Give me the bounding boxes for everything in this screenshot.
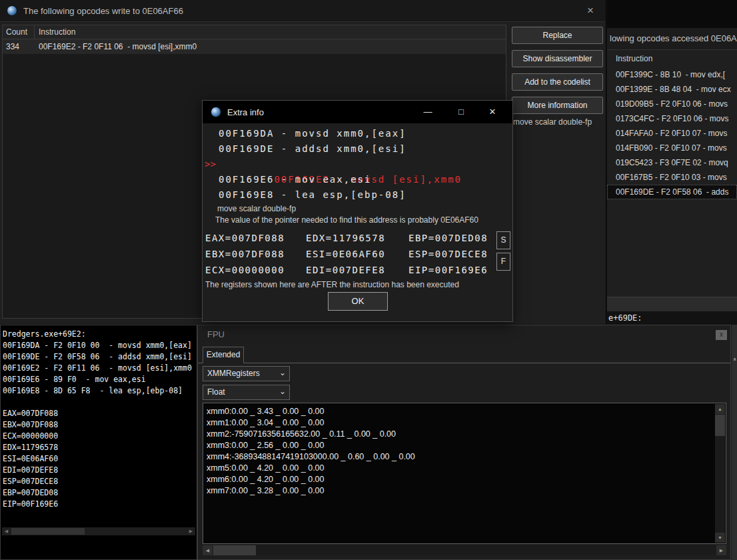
dialog-title: Extra info (227, 107, 264, 117)
scroll-up-icon[interactable]: ∧ (732, 357, 737, 362)
accessed-row[interactable]: 00F1399C - 8B 10 - mov edx,[ (607, 67, 737, 82)
scroll-left-icon[interactable]: ◀ (2, 527, 11, 535)
accessed-row[interactable]: 019D09B5 - F2 0F10 06 - movs (607, 97, 737, 111)
maximize-icon[interactable]: □ (444, 101, 478, 123)
column-header-count[interactable]: Count (3, 25, 35, 39)
action-buttons: Replace Show disassembler Add to the cod… (512, 27, 603, 120)
instruction-description: move scalar double-fp (217, 204, 296, 213)
register-eip: EIP=00F169E6 (408, 262, 488, 278)
xmm-register-row[interactable]: xmm6:0.00 _ 4.20 _ 0.00 _ 0.00 (207, 474, 726, 485)
disasm-panel-line: EDI=007DEFE8 (3, 465, 197, 476)
horizontal-scrollbar[interactable]: ◀ ▶ (203, 545, 726, 555)
background-window-edge (607, 0, 737, 28)
opcodes-accessed-titlebar: lowing opcodes accessed 0E06AF (607, 28, 737, 50)
disasm-panel-line: ESI=0E06AF60 (3, 453, 197, 465)
register-row: EBX=007DF088ESI=0E06AF60ESP=007DECE8 (205, 246, 488, 262)
cheat-engine-icon (7, 5, 17, 16)
show-disassembler-button[interactable]: Show disassembler (512, 50, 603, 67)
disasm-panel-line: EDX=11796578 (3, 442, 197, 453)
accessed-row-selected[interactable]: 00F169DE - F2 0F58 06 - adds (607, 185, 737, 199)
background-scrollbar[interactable]: ∧ (731, 325, 737, 560)
pointer-hint: The value of the pointer needed to find … (215, 215, 478, 225)
xmm-register-lines: xmm0:0.00 _ 3.43 _ 0.00 _ 0.00 xmm1:0.00… (203, 403, 726, 497)
disasm-panel-line: 00F169E8 - 8D 65 F8 - lea esp,[ebp-08] (3, 385, 197, 397)
register-esp: ESP=007DECE8 (408, 246, 488, 262)
extra-info-dialog: Extra info — □ ✕ 00F169DA - movsd xmm0,[… (202, 100, 513, 322)
opcodes-accessed-list: 00F1399C - 8B 10 - mov edx,[ 00F1399E - … (607, 67, 737, 199)
register-eax: EAX=007DF088 (205, 230, 306, 246)
scroll-down-icon[interactable]: ▼ (715, 533, 725, 543)
disasm-panel-line: Dredgers.exe+69E2: (3, 329, 197, 340)
register-values: EAX=007DF088EDX=11796578EBP=007DED08 EBX… (205, 230, 488, 278)
accessed-row[interactable]: 014FB090 - F2 0F10 07 - movs (607, 141, 737, 155)
window-controls: — □ ✕ (411, 101, 507, 123)
chevron-down-icon: ⌄ (279, 366, 286, 380)
scroll-right-icon[interactable]: ▶ (716, 545, 726, 555)
disasm-panel-line: EBX=007DF088 (3, 419, 197, 431)
dropdown-value: Float (207, 387, 225, 397)
register-row: ECX=00000000EDI=007DEFE8EIP=00F169E6 (205, 262, 488, 278)
close-icon[interactable]: × (582, 1, 599, 21)
xmm-register-row[interactable]: xmm0:0.00 _ 3.43 _ 0.00 _ 0.00 (207, 406, 726, 417)
scroll-left-icon[interactable]: ◀ (203, 545, 213, 555)
ok-button[interactable]: OK (328, 292, 388, 311)
accessed-row[interactable]: 00F167B5 - F2 0F10 03 - movs (607, 170, 737, 185)
tab-extended[interactable]: Extended (203, 347, 244, 363)
disasm-line: 00F169DA - movsd xmm0,[eax] (203, 126, 512, 141)
register-view-dropdown[interactable]: XMMRegisters ⌄ (203, 366, 290, 381)
close-icon[interactable]: x (716, 330, 727, 340)
scrollbar-thumb[interactable] (715, 415, 725, 436)
register-esi: ESI=0E06AF60 (306, 246, 408, 262)
xmm-register-row[interactable]: xmm1:0.00 _ 3.04 _ 0.00 _ 0.00 (207, 417, 726, 429)
disasm-line: 00F169E8 - lea esp,[ebp-08] (203, 187, 512, 203)
xmm-register-row[interactable]: xmm5:0.00 _ 4.20 _ 0.00 _ 0.00 (207, 463, 726, 474)
disasm-line: 00F169DE - addsd xmm0,[esi] (203, 141, 512, 157)
add-to-codelist-button[interactable]: Add to the codelist (512, 73, 603, 91)
xmm-register-list: xmm0:0.00 _ 3.43 _ 0.00 _ 0.00 xmm1:0.00… (203, 403, 726, 544)
accessed-row[interactable]: 00F1399E - 8B 48 04 - mov ecx (607, 82, 737, 97)
scrollbar-thumb[interactable] (213, 545, 256, 555)
more-information-button[interactable]: More information (512, 97, 603, 114)
xmm-register-row[interactable]: xmm4:-36893488147419103000.00 _ 0.60 _ 0… (207, 451, 726, 463)
xmm-register-row[interactable]: xmm2:-7590716356165632.00 _ 0.11 _ 0.00 … (207, 429, 726, 440)
register-ebx: EBX=007DF088 (205, 246, 306, 262)
accessed-row[interactable]: 019C5423 - F3 0F7E 02 - movq (607, 155, 737, 170)
vertical-scrollbar[interactable]: ▲ ▼ (715, 404, 725, 543)
minimize-icon[interactable]: — (411, 101, 444, 123)
disasm-panel-line: 00F169DE - F2 0F58 06 - addsd xmm0,[esi] (3, 351, 197, 363)
scroll-up-icon[interactable]: ▲ (715, 404, 725, 414)
opcodes-write-titlebar: The following opcodes write to 0E06AF66 … (0, 0, 606, 22)
register-ebp: EBP=007DED08 (408, 230, 488, 246)
extra-info-titlebar[interactable]: Extra info — □ ✕ (203, 101, 512, 123)
stack-view-button[interactable]: S (496, 231, 510, 249)
current-instruction-marker: >> (205, 157, 216, 172)
disasm-panel-line (3, 397, 197, 408)
disasm-panel-line: 00F169DA - F2 0F10 00 - movsd xmm0,[eax] (3, 340, 197, 351)
format-view-dropdown[interactable]: Float ⌄ (203, 385, 290, 400)
accessed-row[interactable]: 0173C4FC - F2 0F10 06 - movs (607, 111, 737, 126)
column-header-instruction[interactable]: Instruction (607, 50, 737, 67)
scroll-right-icon[interactable]: ▶ (187, 527, 195, 535)
float-view-button[interactable]: F (496, 253, 510, 271)
horizontal-scrollbar[interactable]: ◀ ▶ (2, 527, 195, 535)
disasm-panel-line: ESP=007DECE8 (3, 476, 197, 487)
column-header-instruction[interactable]: Instruction (35, 25, 506, 39)
fpu-window: FPU x Extended XMMRegisters ⌄ Float ⌄ xm… (197, 325, 731, 560)
xmm-register-row[interactable]: xmm7:0.00 _ 3.28 _ 0.00 _ 0.00 (207, 485, 726, 497)
register-row: EAX=007DF088EDX=11796578EBP=007DED08 (205, 230, 488, 246)
xmm-register-row[interactable]: xmm3:0.00 _ 2.56 _ 0.00 _ 0.00 (207, 440, 726, 451)
disassembly-panel: Dredgers.exe+69E2: 00F169DA - F2 0F10 00… (0, 325, 197, 560)
opcode-row[interactable]: 334 00F169E2 - F2 0F11 06 - movsd [esi],… (3, 39, 506, 54)
replace-button[interactable]: Replace (512, 27, 603, 44)
opcode-instruction: 00F169E2 - F2 0F11 06 - movsd [esi],xmm0 (35, 42, 506, 51)
close-icon[interactable]: ✕ (478, 101, 507, 123)
disasm-line-current: >>00F169E2 - movsd [esi],xmm0 (203, 157, 512, 172)
dropdown-value: XMMRegisters (207, 369, 260, 378)
scrollbar-thumb[interactable] (11, 528, 85, 535)
disasm-line: 00F169E6 - mov eax,esi (203, 172, 512, 187)
register-ecx: ECX=00000000 (205, 262, 306, 278)
disasm-panel-line: EBP=007DED08 (3, 487, 197, 499)
cheat-engine-icon (211, 107, 221, 117)
disassembly-text: Dredgers.exe+69E2: 00F169DA - F2 0F10 00… (1, 325, 197, 510)
accessed-row[interactable]: 014FAFA0 - F2 0F10 07 - movs (607, 126, 737, 141)
